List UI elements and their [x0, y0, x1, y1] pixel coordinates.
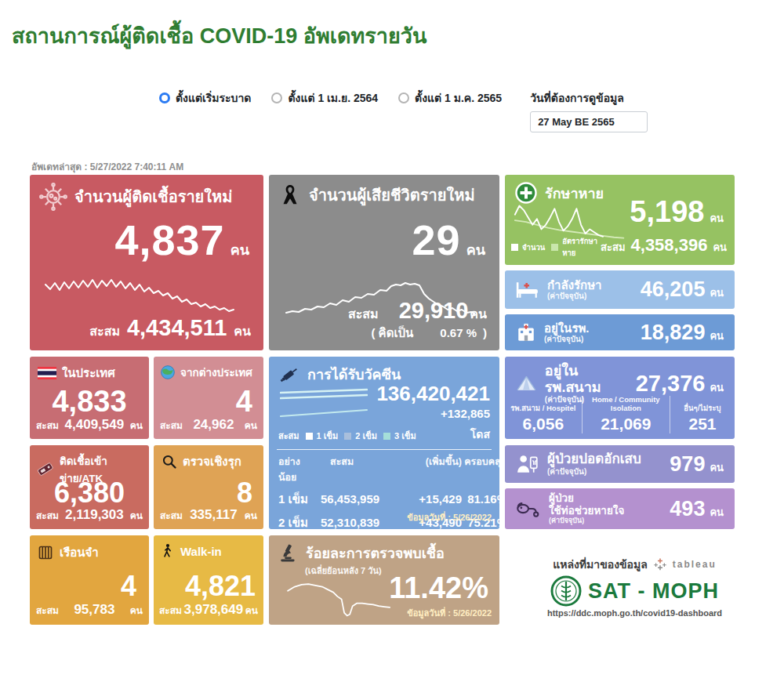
radio-button-icon[interactable] — [271, 92, 282, 103]
radio-since-jan-2565[interactable]: ตั้งแต่ 1 ม.ค. 2565 — [398, 89, 502, 107]
mourning-ribbon-icon — [278, 183, 302, 208]
card-field-hospital: อยู่ในรพ.สนาม (ค่าปัจจุบัน) 27,376 คน รพ… — [505, 357, 735, 439]
card-title: จำนวนผู้เสียชีวิตรายใหม่ — [309, 183, 475, 208]
breakdown-other: อื่นๆ/ไม่ระบุ 251 — [670, 396, 735, 433]
recovered-unit: คน — [710, 210, 724, 227]
card-title: ผู้ป่วยปอดอักเสบ — [547, 451, 641, 467]
cumulative-label: สะสม — [36, 603, 59, 618]
card-title: จากต่างประเทศ — [180, 364, 252, 381]
hospital-building-icon — [516, 322, 536, 343]
card-under-treatment: กำลังรักษา (ค่าปัจจุบัน) 46,205 คน — [505, 270, 735, 309]
breakdown-hospitel: รพ.สนาม / Hospitel 6,056 — [505, 396, 582, 433]
intubated-unit: คน — [710, 504, 724, 520]
cumulative-value: 335,117 — [190, 507, 238, 523]
legend-swatch-dose3 — [383, 433, 390, 440]
card-title: Walk-in — [180, 545, 222, 558]
field-hospital-value: 27,376 — [636, 371, 706, 397]
card-atk: ติดเชื้อเข้าข่าย/ATK 6,380 สะสม 2,119,30… — [30, 445, 149, 529]
filter-controls: ตั้งแต่เริ่มระบาด ตั้งแต่ 1 เม.ย. 2564 ต… — [159, 89, 648, 132]
cumulative-unit: คน — [130, 418, 143, 433]
legend-label: อัตรารักษาหาย — [562, 235, 601, 259]
radio-since-apr-2564[interactable]: ตั้งแต่ 1 เม.ย. 2564 — [271, 89, 378, 107]
card-domestic: ในประเทศ 4,833 สะสม 4,409,549 คน — [30, 357, 149, 439]
field-hospital-unit: คน — [710, 379, 724, 396]
cumulative-unit: คน — [245, 603, 258, 618]
radio-button-icon[interactable] — [159, 92, 170, 103]
cumulative-label: สะสม — [89, 321, 120, 341]
date-picker-label: วันที่ต้องการดูข้อมูล — [530, 89, 648, 107]
new-cases-sparkline — [42, 267, 237, 316]
percent-open: ( คิดเป็น — [371, 324, 413, 343]
cumulative-unit: คน — [130, 603, 143, 618]
date-input[interactable] — [530, 111, 648, 132]
date-picker: วันที่ต้องการดูข้อมูล — [530, 89, 648, 132]
card-walk-in: Walk-in 4,821 สะสม 3,978,649 คน — [154, 535, 263, 625]
card-in-hospital: อยู่ในรพ. (ค่าปัจจุบัน) 18,829 คน — [505, 314, 735, 350]
cumulative-label: สะสม — [348, 304, 379, 324]
card-prison: เรือนจำ 4 สะสม 95,783 คน — [30, 535, 149, 625]
vaccine-col-header: อย่างน้อย — [278, 454, 313, 485]
card-title: เรือนจำ — [60, 543, 99, 562]
radio-since-outbreak[interactable]: ตั้งแต่เริ่มระบาด — [159, 89, 251, 107]
cumulative-label: สะสม — [36, 418, 59, 433]
percent-value: 0.67 % — [440, 326, 477, 339]
prison-value: 4 — [121, 570, 136, 603]
card-subtitle: (ค่าปัจจุบัน) — [549, 517, 624, 524]
card-title: ตรวจเชิงรุก — [183, 452, 241, 471]
cumulative-value: 2,119,303 — [65, 507, 124, 523]
radio-label[interactable]: ตั้งแต่ 1 เม.ย. 2564 — [288, 89, 378, 107]
card-title: จำนวนผู้ติดเชื้อรายใหม่ — [74, 184, 232, 209]
positive-rate-data-date: ข้อมูลวันที่ : 5/26/2022 — [407, 606, 492, 620]
card-from-abroad: จากต่างประเทศ 4 สะสม 24,962 คน — [154, 357, 263, 439]
radio-button-icon[interactable] — [398, 92, 409, 103]
globe-icon — [160, 364, 176, 380]
new-cases-unit: คน — [230, 238, 249, 261]
radio-label[interactable]: ตั้งแต่เริ่มระบาด — [176, 89, 251, 107]
cumulative-value: 4,434,511 — [127, 315, 227, 341]
card-subtitle: (ค่าปัจจุบัน) — [547, 467, 641, 477]
cumulative-value: 4,358,396 — [631, 235, 708, 256]
card-proactive-testing: ตรวจเชิงรุก 8 สะสม 335,117 คน — [154, 445, 263, 529]
moph-seal-icon — [550, 575, 582, 607]
cumulative-value: 4,409,549 — [65, 417, 125, 433]
vaccine-col-header: (เพิ่มขึ้น) — [401, 454, 462, 470]
cumulative-unit: คน — [713, 239, 727, 256]
last-updated-text: อัพเดทล่าสุด : 5/27/2022 7:40:11 AM — [31, 159, 183, 174]
microscope-icon — [278, 543, 299, 564]
source-label: แหล่งที่มาของข้อมูล — [553, 556, 648, 573]
hospital-bed-icon — [516, 281, 539, 299]
card-title: ในประเทศ — [62, 364, 115, 383]
new-cases-value: 4,837 — [115, 216, 225, 264]
vaccine-col-header: สะสม — [313, 454, 401, 470]
syringe-icon — [278, 364, 300, 386]
vaccine-data-date: ข้อมูลวันที่ : 5/26/2022 — [407, 510, 492, 524]
vaccine-total-doses: 136,420,421 — [376, 382, 490, 406]
cumulative-label: สะสม — [160, 418, 183, 433]
pneumonia-value: 979 — [670, 452, 705, 477]
recovered-value: 5,198 — [630, 195, 704, 229]
legend-label: 1 เข็ม — [317, 429, 339, 443]
deaths-unit: คน — [466, 238, 485, 261]
positive-rate-sparkline — [280, 573, 399, 618]
cumulative-value: 29,910 — [399, 298, 469, 324]
data-source-block: แหล่งที่มาของข้อมูล tableau SAT - MOPH h… — [505, 535, 735, 625]
walkin-value: 4,821 — [185, 570, 256, 603]
radio-label[interactable]: ตั้งแต่ 1 ม.ค. 2565 — [415, 89, 502, 107]
vaccine-row-dose1: 1 เข็ม 56,453,959 +15,429 81.16% — [278, 490, 492, 509]
atk-value: 6,380 — [54, 477, 125, 509]
cumulative-value: 95,783 — [74, 602, 114, 618]
card-title: อยู่ในรพ.สนาม — [545, 363, 620, 395]
cumulative-label: สะสม — [601, 239, 625, 256]
card-recovered: รักษาหาย 5,198 คน จำนวน อัตรารักษาหาย สะ… — [505, 175, 735, 265]
prison-bars-icon — [38, 545, 53, 560]
legend-label: 3 เข็ม — [394, 429, 416, 443]
kpi-board: จำนวนผู้ติดเชื้อรายใหม่ 4,837 คน สะสม 4,… — [30, 175, 735, 626]
source-url[interactable]: https://ddc.moph.go.th/covid19-dashboard — [547, 608, 722, 618]
proactive-value: 8 — [237, 477, 252, 509]
tent-icon — [516, 373, 537, 393]
ventilator-icon — [516, 499, 541, 518]
intubated-value: 493 — [670, 497, 705, 521]
cumulative-unit: คน — [470, 304, 487, 324]
cumulative-unit: คน — [130, 508, 143, 523]
recovered-legend: จำนวน อัตรารักษาหาย — [511, 235, 601, 259]
